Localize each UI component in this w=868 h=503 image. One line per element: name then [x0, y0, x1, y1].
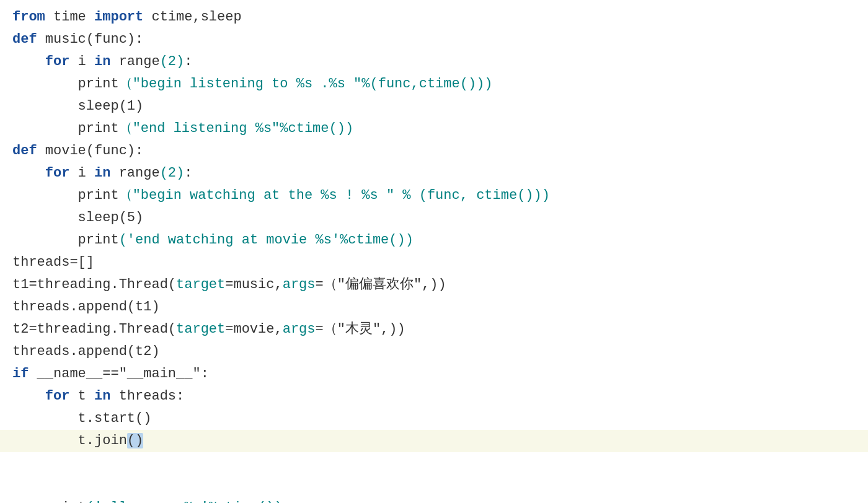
code-line-19: t.start(): [0, 408, 868, 430]
code-line-7: def movie(func):: [0, 140, 868, 162]
code-text: print（"begin watching at the %s ! %s " %…: [12, 185, 550, 207]
code-line-14: threads.append(t1): [0, 296, 868, 318]
code-text: t.start(): [12, 408, 151, 430]
code-text: threads.append(t1): [12, 296, 160, 318]
code-editor: from time import ctime,sleep def music(f…: [0, 0, 868, 503]
code-line-22: [0, 475, 868, 497]
code-text: print（"begin listening to %s .%s "%(func…: [12, 73, 493, 95]
code-text: sleep(5): [12, 207, 143, 229]
code-line-21: [0, 452, 868, 475]
code-line-11: print('end watching at movie %s'%ctime()…: [0, 229, 868, 252]
code-line-15: t2=threading.Thread(target=movie,args=（"…: [0, 318, 868, 341]
code-text: threads.append(t2): [12, 341, 160, 363]
code-line-2: def music(func):: [0, 28, 868, 51]
code-text: [12, 452, 20, 475]
code-text: if __name__=="__main__":: [12, 363, 209, 385]
code-line-12: threads=[]: [0, 252, 868, 274]
code-text: print('end watching at movie %s'%ctime()…: [12, 229, 414, 252]
code-line-16: threads.append(t2): [0, 341, 868, 363]
code-line-8: for i in range(2):: [0, 162, 868, 185]
code-text: for i in range(2):: [12, 162, 192, 185]
code-text: for i in range(2):: [12, 51, 192, 73]
code-line-20: t.join(): [0, 430, 868, 452]
code-text: def music(func):: [12, 28, 143, 51]
code-text: sleep(1): [12, 95, 143, 118]
code-line-13: t1=threading.Thread(target=music,args=（"…: [0, 274, 868, 296]
code-line-4: print（"begin listening to %s .%s "%(func…: [0, 73, 868, 95]
code-text: from time import ctime,sleep: [12, 6, 242, 28]
code-line-23: print('all over %s'%ctime()): [0, 497, 868, 503]
code-line-17: if __name__=="__main__":: [0, 363, 868, 385]
code-text: def movie(func):: [12, 140, 143, 162]
code-line-10: sleep(5): [0, 207, 868, 229]
code-text: t2=threading.Thread(target=movie,args=（"…: [12, 318, 405, 341]
code-line-9: print（"begin watching at the %s ! %s " %…: [0, 185, 868, 207]
code-text: print('all over %s'%ctime()): [12, 497, 283, 503]
code-line-1: from time import ctime,sleep: [0, 6, 868, 28]
code-text: for t in threads:: [12, 385, 184, 408]
code-line-3: for i in range(2):: [0, 51, 868, 73]
code-text: t.join(): [12, 430, 143, 452]
code-text: threads=[]: [12, 252, 94, 274]
code-line-5: sleep(1): [0, 95, 868, 118]
code-line-18: for t in threads:: [0, 385, 868, 408]
code-text: t1=threading.Thread(target=music,args=（"…: [12, 274, 446, 296]
code-text: print（"end listening %s"%ctime()): [12, 118, 353, 140]
code-text: [12, 475, 20, 497]
code-line-6: print（"end listening %s"%ctime()): [0, 118, 868, 140]
